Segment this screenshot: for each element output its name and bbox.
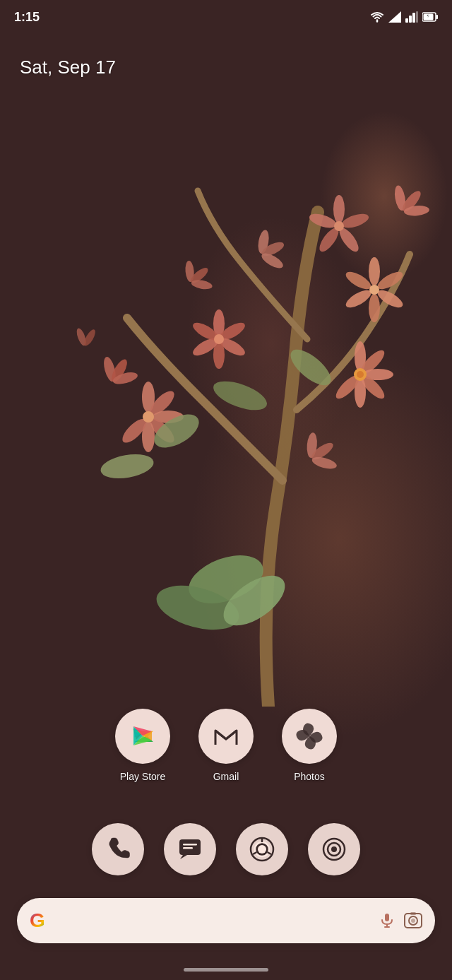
photos-label: Photos <box>294 771 325 782</box>
dock-item-phone[interactable] <box>92 823 144 875</box>
play-store-label: Play Store <box>120 771 166 782</box>
svg-point-80 <box>331 846 337 852</box>
app-row: Play Store Gmail <box>0 709 452 782</box>
battery-icon <box>422 12 438 22</box>
svg-point-38 <box>99 451 155 483</box>
gmail-icon <box>212 722 240 750</box>
gmail-icon-circle[interactable] <box>198 709 254 764</box>
home-indicator <box>184 968 268 972</box>
svg-point-74 <box>258 845 266 854</box>
date-display: Sat, Sep 17 <box>20 57 116 78</box>
status-time: 1:15 <box>14 10 40 25</box>
gmail-label: Gmail <box>213 771 239 782</box>
svg-point-35 <box>214 334 224 344</box>
svg-rect-62 <box>412 13 415 23</box>
app-item-play-store[interactable]: Play Store <box>115 709 170 782</box>
svg-point-86 <box>411 919 415 923</box>
svg-point-53 <box>357 371 364 378</box>
microphone-icon <box>379 912 396 929</box>
svg-rect-70 <box>183 844 197 846</box>
svg-rect-71 <box>183 847 193 849</box>
status-bar: 1:15 <box>0 0 452 34</box>
camera-icon <box>321 837 347 862</box>
svg-point-25 <box>334 221 344 231</box>
google-g-logo: G <box>30 909 45 932</box>
chrome-icon <box>249 837 275 862</box>
photos-icon-circle[interactable] <box>282 709 337 764</box>
svg-point-20 <box>333 195 345 223</box>
messages-icon <box>177 837 203 862</box>
search-bar[interactable]: G <box>17 898 435 943</box>
svg-point-37 <box>210 375 270 415</box>
svg-point-16 <box>369 294 380 322</box>
dock-item-messages[interactable] <box>164 823 216 875</box>
floral-illustration <box>0 71 452 707</box>
dock-row <box>0 823 452 875</box>
app-item-gmail[interactable]: Gmail <box>198 709 254 782</box>
svg-point-19 <box>369 285 379 295</box>
play-store-icon <box>129 722 157 750</box>
svg-point-9 <box>143 411 154 423</box>
svg-rect-65 <box>436 15 439 19</box>
lens-icon <box>404 911 422 930</box>
play-store-icon-circle[interactable] <box>115 709 170 764</box>
dock-item-camera[interactable] <box>308 823 360 875</box>
status-icons <box>370 11 438 23</box>
svg-rect-87 <box>410 912 416 915</box>
search-lens-button[interactable] <box>404 911 422 930</box>
photos-icon <box>295 722 323 750</box>
svg-rect-61 <box>409 16 412 23</box>
svg-point-21 <box>340 211 370 231</box>
svg-rect-63 <box>416 11 418 23</box>
svg-point-13 <box>369 257 380 285</box>
search-mic-button[interactable] <box>379 912 396 929</box>
app-item-photos[interactable]: Photos <box>282 709 337 782</box>
wifi-icon <box>370 11 384 23</box>
svg-rect-81 <box>385 914 389 921</box>
svg-rect-66 <box>424 14 434 20</box>
svg-rect-60 <box>405 18 408 23</box>
dock-item-chrome[interactable] <box>236 823 288 875</box>
svg-marker-69 <box>180 855 187 859</box>
signal-bars-icon <box>405 11 418 23</box>
phone-icon <box>105 837 131 862</box>
svg-marker-59 <box>388 11 401 23</box>
signal-full-icon <box>388 11 401 23</box>
